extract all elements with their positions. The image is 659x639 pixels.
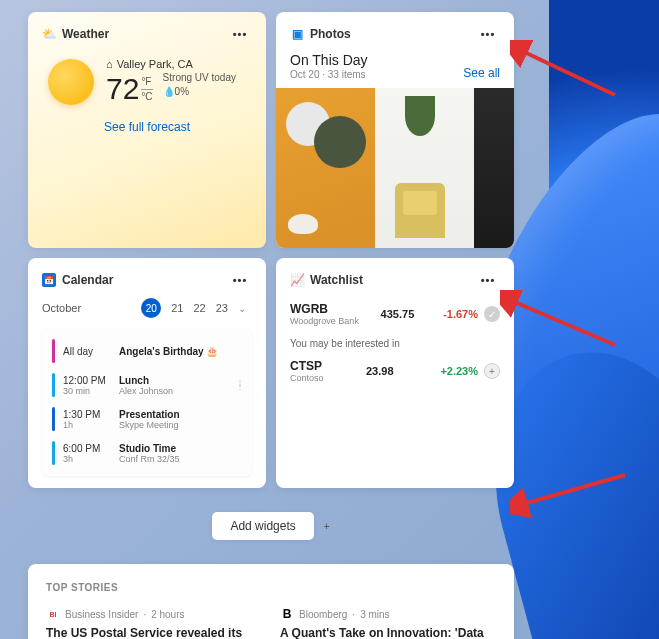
news-item[interactable]: B Bloomberg · 3 mins A Quant's Take on I… (280, 607, 496, 639)
photos-widget: ▣ Photos ••• On This Day Oct 20 · 33 ite… (276, 12, 514, 248)
calendar-icon: 📅 (42, 273, 56, 287)
calendar-day[interactable]: 23 (216, 302, 228, 314)
sun-icon (48, 59, 94, 105)
plus-icon[interactable]: + (324, 521, 330, 532)
widgets-panel: ⛅ Weather ••• ⌂ Valley Park, CA 72 °F °C (28, 12, 514, 639)
watchlist-title: Watchlist (310, 273, 363, 287)
photos-more-button[interactable]: ••• (476, 24, 500, 44)
annotation-arrow (510, 40, 620, 100)
event-list: All day Angela's Birthday 🎂 12:00 PM30 m… (42, 328, 252, 476)
calendar-event[interactable]: 1:30 PM1h PresentationSkype Meeting (42, 402, 252, 436)
calendar-day[interactable]: 21 (171, 302, 183, 314)
news-item[interactable]: BI Business Insider · 2 hours The US Pos… (46, 607, 262, 639)
watchlist-suggest-label: You may be interested in (290, 338, 500, 349)
weather-temp: 72 (106, 72, 139, 106)
top-stories-card: TOP STORIES BI Business Insider · 2 hour… (28, 564, 514, 639)
calendar-event[interactable]: 12:00 PM30 min LunchAlex Johnson ⋮⋮ (42, 368, 252, 402)
temp-unit-toggle[interactable]: °F °C (141, 72, 152, 103)
calendar-event[interactable]: All day Angela's Birthday 🎂 (42, 334, 252, 368)
calendar-title: Calendar (62, 273, 113, 287)
photos-title: Photos (310, 27, 351, 41)
photos-subheading: Oct 20 · 33 items (290, 69, 368, 80)
weather-condition: Strong UV today (163, 72, 236, 83)
annotation-arrow (510, 470, 630, 520)
photos-icon: ▣ (290, 27, 304, 41)
calendar-month: October (42, 302, 81, 314)
chevron-down-icon[interactable]: ⌄ (238, 303, 246, 314)
source-icon: BI (46, 607, 60, 621)
svg-line-2 (510, 300, 615, 345)
stock-add-button[interactable]: + (484, 363, 500, 379)
weather-title: Weather (62, 27, 109, 41)
watchlist-more-button[interactable]: ••• (476, 270, 500, 290)
weather-widget: ⛅ Weather ••• ⌂ Valley Park, CA 72 °F °C (28, 12, 266, 248)
stock-check-button[interactable]: ✓ (484, 306, 500, 322)
weather-more-button[interactable]: ••• (228, 24, 252, 44)
photo-thumbnail[interactable] (474, 88, 514, 248)
home-icon: ⌂ (106, 58, 113, 70)
watchlist-icon: 📈 (290, 273, 304, 287)
calendar-more-button[interactable]: ••• (228, 270, 252, 290)
weather-humidity: 💧0% (163, 86, 236, 97)
annotation-arrow (500, 290, 620, 350)
stock-row[interactable]: WGRB Woodgrove Bank 435.75 -1.67% ✓ (290, 298, 500, 330)
svg-line-3 (520, 475, 625, 505)
news-header: TOP STORIES (46, 582, 496, 593)
watchlist-widget: 📈 Watchlist ••• WGRB Woodgrove Bank 435.… (276, 258, 514, 488)
calendar-widget: 📅 Calendar ••• October 20 21 22 23 ⌄ All… (28, 258, 266, 488)
event-handle-icon[interactable]: ⋮⋮ (236, 381, 244, 389)
add-widgets-button[interactable]: Add widgets (212, 512, 313, 540)
weather-location: ⌂ Valley Park, CA (106, 58, 236, 70)
photo-thumbnail[interactable] (276, 88, 375, 248)
photos-heading: On This Day (290, 52, 368, 68)
photo-thumbnail[interactable] (375, 88, 474, 248)
calendar-day[interactable]: 22 (194, 302, 206, 314)
forecast-link[interactable]: See full forecast (42, 120, 252, 134)
photo-grid (276, 88, 514, 248)
calendar-day-active[interactable]: 20 (141, 298, 161, 318)
stock-row[interactable]: CTSP Contoso 23.98 +2.23% + (290, 355, 500, 387)
see-all-link[interactable]: See all (463, 66, 500, 80)
svg-line-1 (520, 50, 615, 95)
weather-icon: ⛅ (42, 27, 56, 41)
calendar-event[interactable]: 6:00 PM3h Studio TimeConf Rm 32/35 (42, 436, 252, 470)
source-icon: B (280, 607, 294, 621)
